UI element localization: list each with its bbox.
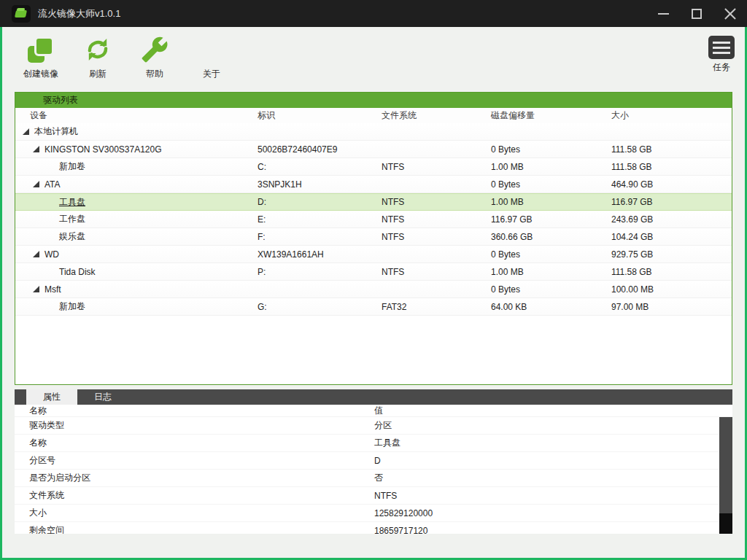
property-value: NTFS	[360, 491, 732, 501]
id-cell: E:	[256, 214, 380, 225]
column-header-value[interactable]: 值	[360, 405, 732, 417]
scrollbar-thumb[interactable]	[719, 513, 732, 534]
properties-column-headers: 名称 值	[15, 405, 732, 417]
tab-log[interactable]: 日志	[77, 389, 128, 405]
device-cell: Msft	[15, 281, 256, 298]
property-name: 大小	[15, 507, 360, 519]
drive-table-row[interactable]: Msft0 Bytes100.00 MB	[15, 281, 732, 298]
app-window: 流火镜像大师v1.0.1 创建镜像 刷新	[0, 0, 747, 560]
person-icon	[198, 36, 225, 63]
column-header-id[interactable]: 标识	[256, 109, 380, 122]
filesystem-cell: NTFS	[380, 232, 489, 242]
column-header-offset[interactable]: 磁盘偏移量	[489, 109, 610, 122]
device-cell: 工具盘	[15, 194, 256, 210]
size-cell: 111.58 GB	[610, 267, 732, 277]
toolbar: 创建镜像 刷新 帮助	[12, 33, 735, 93]
property-name: 名称	[15, 437, 360, 449]
id-cell: P:	[256, 267, 380, 277]
offset-cell: 1.00 MB	[489, 197, 610, 207]
drive-table-row[interactable]: 工具盘D:NTFS1.00 MB116.97 GB	[15, 193, 732, 211]
expand-triangle-icon[interactable]	[33, 146, 39, 152]
device-cell: 新加卷	[15, 298, 256, 315]
column-header-filesystem[interactable]: 文件系统	[380, 109, 489, 122]
expand-triangle-icon[interactable]	[33, 251, 39, 257]
device-label: 新加卷	[59, 160, 85, 173]
hamburger-menu-icon	[708, 36, 735, 59]
minimize-button[interactable]	[646, 0, 680, 27]
drive-table-row[interactable]: KINGSTON SV300S37A120G50026B72460407E90 …	[15, 141, 732, 158]
device-cell: KINGSTON SV300S37A120G	[15, 141, 256, 158]
device-cell: WD	[15, 246, 256, 262]
expand-triangle-icon[interactable]	[23, 128, 29, 135]
tasks-button[interactable]: 任务	[708, 36, 735, 74]
device-label: 本地计算机	[34, 125, 78, 138]
refresh-button[interactable]: 刷新	[69, 33, 126, 83]
property-row[interactable]: 是否为启动分区否	[15, 470, 732, 487]
filesystem-cell: NTFS	[380, 197, 489, 207]
about-button[interactable]: 关于	[183, 33, 240, 83]
drive-list-panel: 驱动列表 设备 标识 文件系统 磁盘偏移量 大小 本地计算机KINGSTON S…	[15, 92, 732, 385]
property-row[interactable]: 文件系统NTFS	[15, 487, 732, 505]
drive-table-row[interactable]: 工作盘E:NTFS116.97 GB243.69 GB	[15, 211, 732, 228]
property-value: 工具盘	[360, 437, 732, 449]
size-cell: 929.75 GB	[610, 249, 732, 260]
property-name: 驱动类型	[15, 419, 360, 432]
drive-table-row[interactable]: 娱乐盘F:NTFS360.66 GB104.24 GB	[15, 228, 732, 246]
drive-table-row[interactable]: Tida DiskP:NTFS1.00 MB111.58 GB	[15, 263, 732, 281]
create-image-icon	[27, 36, 55, 63]
offset-cell: 116.97 GB	[489, 214, 610, 225]
filesystem-cell: NTFS	[380, 214, 489, 225]
id-cell: 3SNPJK1H	[256, 179, 380, 190]
property-rows: 驱动类型分区名称工具盘分区号D是否为启动分区否文件系统NTFS大小1258291…	[15, 417, 732, 534]
column-header-device[interactable]: 设备	[15, 109, 256, 122]
create-image-label: 创建镜像	[23, 68, 58, 80]
drive-table-row[interactable]: ATA3SNPJK1H0 Bytes464.90 GB	[15, 176, 732, 193]
help-button[interactable]: 帮助	[126, 33, 183, 83]
id-cell: F:	[256, 232, 380, 242]
maximize-icon	[692, 9, 702, 19]
device-label: 娱乐盘	[59, 230, 85, 243]
drive-table-row[interactable]: 新加卷G:FAT3264.00 KB97.00 MB	[15, 298, 732, 316]
offset-cell: 1.00 MB	[489, 162, 610, 172]
drive-table-row[interactable]: WDXW139A1661AH0 Bytes929.75 GB	[15, 246, 732, 263]
close-button[interactable]	[713, 0, 747, 27]
property-name: 剩余空间	[15, 524, 360, 534]
property-row[interactable]: 名称工具盘	[15, 435, 732, 452]
size-cell: 243.69 GB	[610, 214, 732, 225]
offset-cell: 0 Bytes	[489, 284, 610, 295]
property-value: 分区	[360, 419, 732, 432]
property-row[interactable]: 大小125829120000	[15, 505, 732, 522]
create-image-button[interactable]: 创建镜像	[12, 33, 69, 83]
refresh-label: 刷新	[89, 68, 107, 80]
drive-rows: 本地计算机KINGSTON SV300S37A120G50026B7246040…	[15, 123, 732, 316]
expand-triangle-icon[interactable]	[33, 286, 39, 292]
property-row[interactable]: 剩余空间18659717120	[15, 522, 732, 534]
device-cell: ATA	[15, 176, 256, 192]
maximize-button[interactable]	[680, 0, 713, 27]
column-header-size[interactable]: 大小	[610, 109, 732, 122]
drive-list-title: 驱动列表	[15, 93, 732, 108]
tasks-label: 任务	[713, 61, 730, 74]
column-header-name[interactable]: 名称	[15, 405, 360, 417]
help-label: 帮助	[146, 68, 163, 80]
size-cell: 97.00 MB	[610, 302, 732, 312]
id-cell: G:	[256, 302, 380, 312]
property-row[interactable]: 分区号D	[15, 452, 732, 470]
device-cell: 娱乐盘	[15, 228, 256, 245]
device-cell: Tida Disk	[15, 263, 256, 280]
property-row[interactable]: 驱动类型分区	[15, 417, 732, 435]
offset-cell: 1.00 MB	[489, 267, 610, 277]
drive-list-column-headers: 设备 标识 文件系统 磁盘偏移量 大小	[15, 108, 732, 123]
tab-properties[interactable]: 属性	[26, 389, 77, 405]
id-cell: XW139A1661AH	[256, 249, 380, 260]
device-label: Msft	[44, 284, 61, 295]
minimize-icon	[658, 13, 669, 15]
filesystem-cell: NTFS	[380, 162, 489, 172]
expand-triangle-icon[interactable]	[33, 181, 39, 187]
titlebar: 流火镜像大师v1.0.1	[0, 0, 747, 27]
drive-table-row[interactable]: 新加卷C:NTFS1.00 MB111.58 GB	[15, 158, 732, 176]
property-name: 文件系统	[15, 489, 360, 502]
size-cell: 464.90 GB	[610, 179, 732, 190]
properties-scrollbar[interactable]	[719, 417, 732, 534]
drive-table-row[interactable]: 本地计算机	[15, 123, 732, 141]
